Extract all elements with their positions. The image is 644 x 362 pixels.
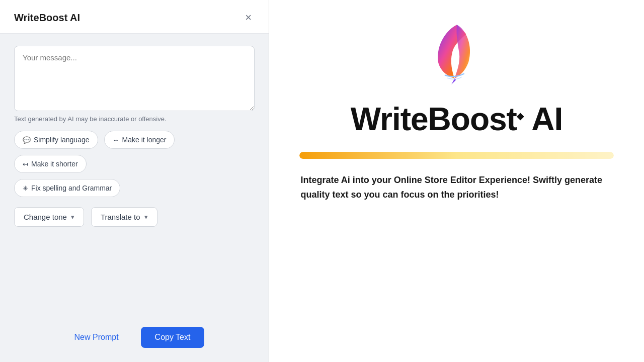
fix-spelling-button[interactable]: Fix spelling and Grammar [14,179,120,197]
action-row-2: Make it shorter [14,155,255,173]
sparkle-icon [23,184,28,192]
message-input[interactable] [14,46,255,111]
expand-icon [113,136,119,144]
translate-to-label: Translate to [101,213,140,221]
action-row-1: Simplify language Make it longer [14,131,255,149]
brand-title: WriteBoost AI [351,101,563,138]
panel-title: WriteBoost AI [14,12,80,24]
feather-logo-icon [427,20,487,85]
action-buttons: Simplify language Make it longer Make it… [14,131,255,197]
dropdowns-row: Change tone Translate to [14,207,255,227]
make-shorter-button[interactable]: Make it shorter [14,155,87,173]
spelling-label: Fix spelling and Grammar [31,184,112,192]
brand-title-part2: AI [531,101,562,137]
diamond-icon [517,101,524,137]
simplify-label: Simplify language [34,136,90,144]
panel-header: WriteBoost AI × [0,0,269,34]
disclaimer-text: Text generated by AI may be inaccurate o… [14,115,255,123]
progress-bar-container [299,152,614,159]
speech-icon [23,136,31,144]
close-button[interactable]: × [242,11,255,24]
shorter-label: Make it shorter [31,160,78,168]
longer-label: Make it longer [122,136,167,144]
make-longer-button[interactable]: Make it longer [104,131,175,149]
change-tone-dropdown[interactable]: Change tone [14,207,84,227]
progress-bar [299,152,614,159]
copy-text-button[interactable]: Copy Text [141,327,205,348]
panel-body: Text generated by AI may be inaccurate o… [0,34,269,318]
logo-area [427,20,487,90]
change-tone-label: Change tone [24,213,67,221]
tagline-text: Integrate Ai into your Online Store Edit… [301,173,613,202]
action-row-3: Fix spelling and Grammar [14,179,255,197]
new-prompt-button[interactable]: New Prompt [64,328,129,347]
bottom-bar: New Prompt Copy Text [0,318,269,362]
simplify-language-button[interactable]: Simplify language [14,131,98,149]
left-panel: WriteBoost AI × Text generated by AI may… [0,0,269,362]
brand-title-part1: WriteBoost [351,101,517,137]
translate-to-dropdown[interactable]: Translate to [91,207,157,227]
compress-icon [23,160,28,168]
right-panel: WriteBoost AI Integrate Ai into your Onl… [269,0,644,362]
